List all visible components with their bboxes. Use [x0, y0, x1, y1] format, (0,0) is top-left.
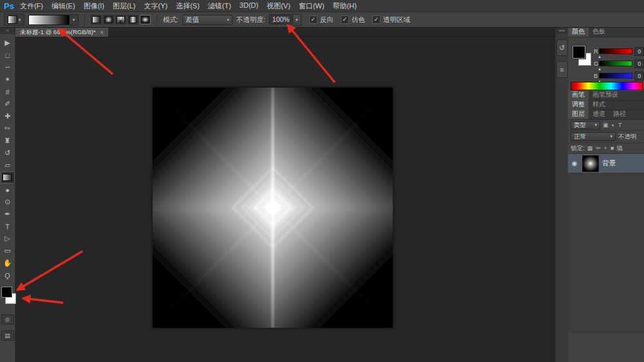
menu-item[interactable]: 编辑(E): [52, 1, 75, 11]
visibility-eye-icon[interactable]: ◉: [570, 160, 579, 167]
tab-adjust[interactable]: 样式: [589, 99, 609, 110]
menu-item[interactable]: 3D(D): [240, 1, 258, 11]
blend-mode-select[interactable]: 差值▾: [182, 15, 232, 25]
transparency-checkbox[interactable]: ✓透明区域: [372, 15, 410, 24]
layer-row-background[interactable]: ◉ 背景: [568, 154, 644, 173]
tab-layers[interactable]: 图层: [568, 109, 589, 119]
tools-panel: ‹‹ ▶□∽✶#✐✚✏♜↺▱●⊙✒T▷▭✋Ϙ ◎ ▤: [0, 28, 15, 362]
gradient-type-buttons: [91, 15, 151, 24]
channel-row: B▲0: [594, 70, 644, 82]
tool-list: ▶□∽✶#✐✚✏♜↺▱●⊙✒T▷▭✋Ϙ: [1, 37, 15, 281]
checkbox-label: 仿色: [352, 15, 365, 24]
close-icon[interactable]: ×: [100, 29, 104, 36]
tab-color[interactable]: 颜色: [568, 28, 589, 37]
eraser-tool[interactable]: ▱: [1, 159, 15, 171]
zoom-tool[interactable]: Ϙ: [1, 269, 15, 281]
lasso-tool[interactable]: ∽: [1, 61, 15, 73]
right-panel: 颜色色板 R▲0G▲0B▲0 画笔画笔预设 调整样式 图层通道路径 类型▾ ▣◐…: [568, 28, 644, 362]
diamond-gradient-button[interactable]: [140, 15, 151, 24]
tab-color[interactable]: 色板: [589, 28, 609, 37]
layer-blend-mode-select[interactable]: 正常▾: [571, 132, 616, 141]
marquee-tool[interactable]: □: [1, 49, 15, 61]
gradient-preview[interactable]: [28, 15, 70, 25]
tab-adjust[interactable]: 调整: [568, 99, 589, 110]
canvas-document[interactable]: [153, 88, 393, 328]
healing-brush-tool[interactable]: ✚: [1, 110, 15, 122]
menu-item[interactable]: 视图(V): [267, 1, 290, 11]
tab-brush[interactable]: 画笔预设: [589, 90, 622, 100]
channel-slider[interactable]: ▲: [599, 61, 632, 66]
lock-transparent-icon[interactable]: ▦: [587, 145, 593, 151]
checkbox-check-icon: ✓: [341, 15, 349, 24]
menu-item[interactable]: 图层(L): [113, 1, 135, 11]
lock-position-icon[interactable]: +: [604, 145, 607, 151]
screen-mode-button[interactable]: ▤: [1, 330, 14, 341]
gradient-picker-dropdown[interactable]: ▾: [70, 14, 79, 26]
chevron-down-icon: ▾: [594, 122, 597, 128]
filter-adjustment-layers-icon[interactable]: ◐: [612, 122, 615, 128]
menu-item[interactable]: 滤镜(T): [208, 1, 231, 11]
menu-item[interactable]: 帮助(H): [333, 1, 357, 11]
blur-tool[interactable]: ●: [1, 184, 15, 196]
lock-all-icon[interactable]: ■: [611, 145, 614, 151]
shape-tool[interactable]: ▭: [1, 245, 15, 257]
radial-gradient-button[interactable]: [103, 15, 114, 24]
channel-value[interactable]: 0: [634, 47, 644, 56]
menu-item[interactable]: 图像(I): [84, 1, 104, 11]
color-spectrum-bar[interactable]: [571, 82, 643, 90]
channel-value[interactable]: 0: [634, 59, 644, 68]
brush-tool[interactable]: ✏: [1, 122, 15, 135]
tool-preset-picker[interactable]: ▾: [4, 14, 24, 26]
opacity-dropdown[interactable]: ▾: [293, 14, 301, 26]
layers-filter-row: 类型▾ ▣◐T: [568, 120, 644, 131]
reflected-gradient-icon: [129, 16, 137, 23]
opacity-value[interactable]: 100%: [269, 14, 293, 24]
dodge-tool[interactable]: ⊙: [1, 196, 15, 208]
channel-value[interactable]: 0: [634, 71, 644, 81]
checkbox-check-icon: ✓: [309, 15, 317, 24]
hand-tool[interactable]: ✋: [1, 257, 15, 269]
angle-gradient-button[interactable]: [115, 15, 126, 24]
gradient-tool[interactable]: [1, 171, 15, 184]
menu-item[interactable]: 文件(F): [20, 1, 43, 11]
path-selection-tool[interactable]: ▷: [1, 233, 15, 245]
color-panel-tabs: 颜色色板: [568, 28, 644, 37]
properties-panel-icon[interactable]: ≡: [556, 61, 568, 78]
document-tab[interactable]: 未标题-1 @ 66.7%(RGB/8)* ×: [15, 28, 109, 37]
color-panel: R▲0G▲0B▲0: [568, 37, 644, 91]
eyedropper-tool[interactable]: ✐: [1, 98, 15, 110]
history-brush-tool[interactable]: ↺: [1, 147, 15, 159]
dither-checkbox[interactable]: ✓仿色: [341, 15, 365, 24]
menu-item[interactable]: 窗口(W): [299, 1, 325, 11]
pen-tool[interactable]: ✒: [1, 208, 15, 220]
history-panel-icon[interactable]: ↺: [556, 39, 568, 56]
channel-slider[interactable]: ▲: [599, 73, 632, 79]
tab-layers[interactable]: 通道: [589, 109, 609, 119]
filter-pixel-layers-icon[interactable]: ▣: [603, 122, 609, 128]
type-tool[interactable]: T: [1, 220, 15, 233]
clone-stamp-tool[interactable]: ♜: [1, 135, 15, 147]
reverse-checkbox[interactable]: ✓反向: [309, 15, 334, 24]
foreground-color-swatch[interactable]: [1, 287, 12, 298]
tab-layers[interactable]: 路径: [609, 109, 630, 119]
magic-wand-tool[interactable]: ✶: [1, 73, 15, 86]
menu-item[interactable]: 文字(Y): [144, 1, 167, 11]
fill-label: 填: [616, 144, 623, 153]
filter-type-layers-icon[interactable]: T: [618, 122, 622, 128]
reflected-gradient-button[interactable]: [128, 15, 138, 24]
layer-thumbnail[interactable]: [582, 155, 599, 172]
foreground-color-swatch[interactable]: [573, 46, 585, 59]
crop-tool[interactable]: #: [1, 86, 15, 98]
toolbar-collapse-button[interactable]: ‹‹: [0, 28, 15, 34]
move-tool[interactable]: ▶: [1, 37, 15, 49]
lock-paint-icon[interactable]: ✏: [596, 145, 601, 151]
linear-gradient-button[interactable]: [91, 15, 102, 24]
layer-opacity-label: 不透明: [618, 133, 637, 141]
menu-item[interactable]: 选择(S): [176, 1, 200, 11]
dock-collapse-button[interactable]: ««: [556, 28, 568, 34]
quick-mask-button[interactable]: ◎: [1, 314, 14, 325]
layer-filter-select[interactable]: 类型▾: [571, 121, 600, 129]
opacity-label: 不透明度:: [236, 15, 265, 24]
channel-slider[interactable]: ▲: [599, 48, 632, 54]
tab-brush[interactable]: 画笔: [568, 90, 589, 100]
